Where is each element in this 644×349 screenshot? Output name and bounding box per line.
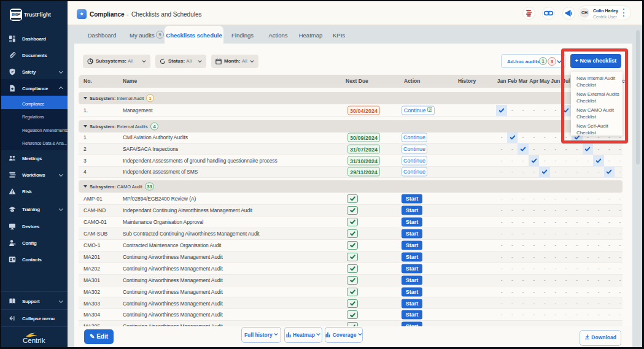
svg-text:Centrik: Centrik bbox=[23, 337, 45, 344]
